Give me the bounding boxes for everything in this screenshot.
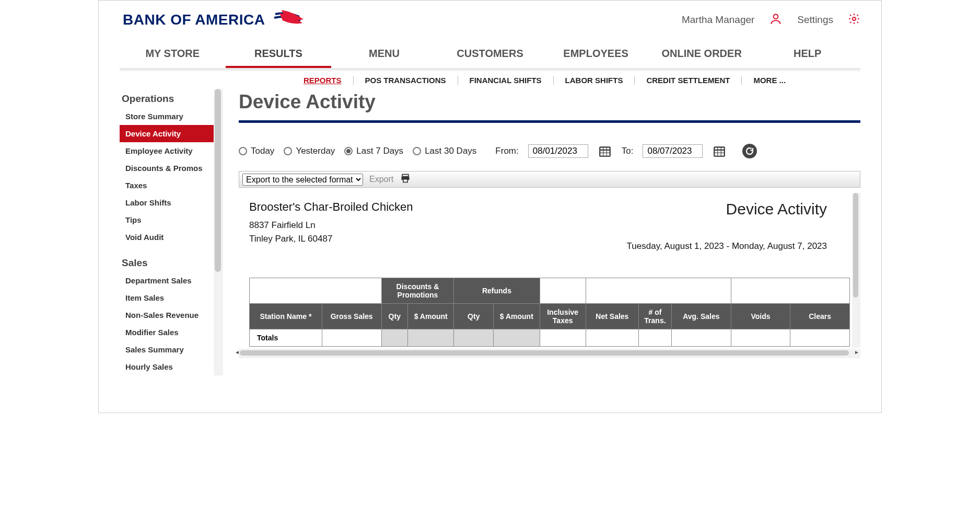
col-empty-2 — [540, 278, 586, 304]
nav-online-order[interactable]: ONLINE ORDER — [649, 42, 755, 68]
print-icon[interactable] — [400, 173, 411, 186]
sidebar-item-taxes[interactable]: Taxes — [120, 177, 214, 194]
settings-link[interactable]: Settings — [797, 14, 833, 26]
sidebar-scrollbar[interactable] — [214, 89, 223, 375]
nav-help[interactable]: HELP — [754, 42, 860, 68]
brand-flag-icon — [272, 10, 305, 30]
svg-rect-2 — [600, 147, 610, 156]
colgroup-refunds: Refunds — [454, 278, 540, 304]
sidebar-item-discounts-promos[interactable]: Discounts & Promos — [120, 159, 214, 177]
svg-rect-14 — [403, 179, 407, 182]
report-date-range: Tuesday, August 1, 2023 - Monday, August… — [627, 241, 827, 252]
to-label: To: — [622, 146, 634, 156]
col-ref-qty: Qty — [454, 304, 494, 329]
sidebar-item-device-activity[interactable]: Device Activity — [120, 125, 214, 142]
table-row-totals: Totals — [250, 329, 850, 347]
nav-my-store[interactable]: MY STORE — [120, 42, 226, 68]
nav-menu[interactable]: MENU — [331, 42, 437, 68]
nav-employees[interactable]: EMPLOYEES — [543, 42, 649, 68]
svg-rect-7 — [715, 147, 725, 156]
col-disc-qty: Qty — [381, 304, 408, 329]
secondary-nav: REPORTS POS TRANSACTIONS FINANCIAL SHIFT… — [99, 72, 881, 89]
refresh-button[interactable] — [742, 144, 757, 158]
hscroll-left-arrow[interactable]: ◄ — [235, 349, 240, 355]
export-bar: Export to the selected format Export — [239, 171, 860, 188]
col-clears: Clears — [790, 304, 850, 329]
report-horizontal-scrollbar[interactable]: ◄ ► — [239, 349, 860, 358]
col-voids: Voids — [731, 304, 790, 329]
report-vertical-scrollbar[interactable] — [852, 193, 860, 348]
from-label: From: — [495, 146, 518, 156]
device-activity-table: Discounts & Promotions Refunds Station N… — [249, 278, 850, 347]
subnav-more[interactable]: MORE ... — [742, 76, 797, 85]
sidebar-item-tips[interactable]: Tips — [120, 211, 214, 229]
subnav-labor-shifts[interactable]: LABOR SHIFTS — [554, 76, 635, 85]
radio-last-7-days[interactable]: Last 7 Days — [344, 146, 403, 156]
radio-today[interactable]: Today — [239, 146, 274, 156]
sidebar-item-hourly-sales[interactable]: Hourly Sales — [120, 358, 214, 375]
sidebar-item-department-sales[interactable]: Department Sales — [120, 272, 214, 289]
col-empty-1 — [250, 278, 382, 304]
export-format-select[interactable]: Export to the selected format — [242, 174, 363, 186]
sidebar-item-labor-shifts[interactable]: Labor Shifts — [120, 194, 214, 211]
from-calendar-icon[interactable] — [598, 144, 612, 158]
sidebar-group-operations: Operations — [120, 89, 214, 108]
user-icon[interactable] — [769, 12, 783, 28]
sidebar-item-employee-activity[interactable]: Employee Activity — [120, 142, 214, 159]
to-date-input[interactable] — [643, 144, 703, 158]
sidebar-item-void-audit[interactable]: Void Audit — [120, 229, 214, 246]
store-address-1: 8837 Fairfield Ln — [249, 220, 413, 231]
brand-logo: BANK OF AMERICA — [123, 10, 305, 30]
store-address-2: Tinley Park, IL 60487 — [249, 234, 413, 244]
title-rule — [239, 120, 860, 123]
subnav-reports[interactable]: REPORTS — [292, 76, 354, 85]
gear-icon[interactable] — [848, 13, 860, 28]
col-disc-amount: $ Amount — [408, 304, 454, 329]
brand-text: BANK OF AMERICA — [123, 12, 265, 28]
from-date-input[interactable] — [528, 144, 588, 158]
sidebar: Operations Store Summary Device Activity… — [120, 89, 214, 375]
col-net-sales: Net Sales — [586, 304, 638, 329]
svg-point-1 — [853, 17, 856, 20]
svg-rect-12 — [402, 175, 409, 177]
hscroll-right-arrow[interactable]: ► — [854, 349, 859, 355]
report-title: Device Activity — [627, 200, 827, 218]
col-gross-sales: Gross Sales — [322, 304, 381, 329]
subnav-credit-settlement[interactable]: CREDIT SETTLEMENT — [635, 76, 742, 85]
col-num-trans: # of Trans. — [638, 304, 671, 329]
primary-nav: MY STORE RESULTS MENU CUSTOMERS EMPLOYEE… — [120, 33, 860, 68]
nav-customers[interactable]: CUSTOMERS — [437, 42, 543, 68]
sidebar-group-sales: Sales — [120, 253, 214, 272]
colgroup-discounts: Discounts & Promotions — [381, 278, 454, 304]
subnav-financial-shifts[interactable]: FINANCIAL SHIFTS — [458, 76, 554, 85]
store-name: Brooster's Char-Broiled Chicken — [249, 200, 413, 214]
svg-point-0 — [774, 14, 778, 19]
sidebar-item-item-sales[interactable]: Item Sales — [120, 289, 214, 306]
user-name[interactable]: Martha Manager — [682, 14, 754, 26]
sidebar-item-sales-summary[interactable]: Sales Summary — [120, 341, 214, 358]
page-title: Device Activity — [239, 89, 860, 120]
subnav-pos-transactions[interactable]: POS TRANSACTIONS — [354, 76, 458, 85]
col-station-name: Station Name * — [250, 304, 322, 329]
to-calendar-icon[interactable] — [712, 144, 727, 158]
export-link[interactable]: Export — [369, 175, 393, 184]
nav-results[interactable]: RESULTS — [226, 42, 332, 68]
col-empty-4 — [731, 278, 849, 304]
date-filter-row: Today Yesterday Last 7 Days Last 30 Days… — [239, 144, 860, 171]
totals-label: Totals — [250, 329, 322, 347]
col-avg-sales: Avg. Sales — [672, 304, 731, 329]
col-empty-3 — [586, 278, 731, 304]
col-ref-amount: $ Amount — [494, 304, 540, 329]
sidebar-item-store-summary[interactable]: Store Summary — [120, 108, 214, 125]
col-inclusive-taxes: Inclusive Taxes — [540, 304, 586, 329]
sidebar-item-non-sales-revenue[interactable]: Non-Sales Revenue — [120, 306, 214, 324]
radio-last-30-days[interactable]: Last 30 Days — [413, 146, 476, 156]
sidebar-item-modifier-sales[interactable]: Modifier Sales — [120, 324, 214, 341]
radio-yesterday[interactable]: Yesterday — [284, 146, 335, 156]
